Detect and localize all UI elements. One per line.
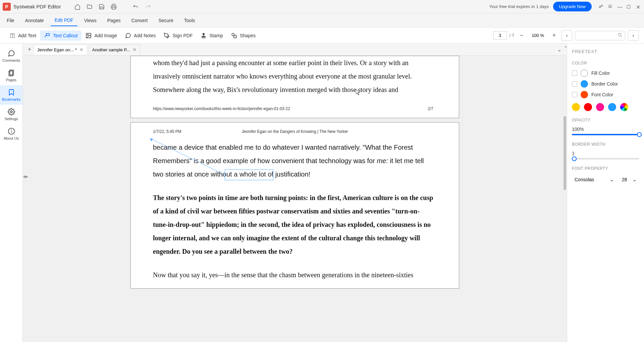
- redo-icon[interactable]: [145, 4, 151, 10]
- add-notes-button[interactable]: Add Notes: [121, 31, 160, 41]
- pdf-page-3: 1/7/22, 5:45 PM Jennifer Egan on the Dan…: [130, 122, 459, 289]
- title-bar: P Systweak PDF Editor Your free trial ex…: [0, 0, 644, 13]
- fill-checkbox[interactable]: [572, 70, 577, 76]
- search-icon: [618, 33, 622, 39]
- font-family-value: Consolas: [575, 177, 594, 182]
- swatch-pink[interactable]: [596, 103, 604, 111]
- add-image-label: Add Image: [94, 33, 117, 38]
- svg-point-17: [10, 111, 12, 113]
- search-box[interactable]: [575, 31, 625, 40]
- menu-convert[interactable]: Convert: [127, 15, 152, 26]
- print-icon[interactable]: [111, 4, 117, 10]
- app-title: Systweak PDF Editor: [13, 4, 61, 9]
- menu-icon[interactable]: [608, 4, 613, 9]
- sidebar-item-about[interactable]: About Us: [0, 124, 22, 144]
- tab-2-close-icon[interactable]: ✕: [132, 47, 137, 52]
- swatch-yellow[interactable]: [572, 103, 580, 111]
- page-container: whom they'd had just a passing encounter…: [130, 56, 459, 342]
- sign-pdf-button[interactable]: Sign PDF: [160, 31, 197, 41]
- font-size-select[interactable]: 28 ⌄: [619, 175, 639, 184]
- minimize-icon[interactable]: —: [617, 4, 623, 9]
- tab-2[interactable]: Another sample P... ✕: [89, 45, 141, 54]
- sidebar-item-comments[interactable]: Comments: [0, 46, 22, 66]
- edit-toolbar: T Add Text Text Callout Add Image Add No…: [0, 28, 644, 44]
- swatch-custom[interactable]: [620, 103, 628, 111]
- svg-point-10: [88, 34, 89, 35]
- page2-num: 2/7: [428, 106, 433, 111]
- upgrade-button[interactable]: Upgrade Now: [553, 2, 592, 11]
- stamp-button[interactable]: Stamp: [197, 31, 227, 41]
- image-icon: [86, 33, 92, 39]
- text-callout-label: Text Callout: [53, 33, 77, 38]
- sidebar-item-pages[interactable]: Pages: [0, 66, 22, 85]
- tab-1-close-icon[interactable]: ✕: [79, 47, 84, 52]
- maximize-icon[interactable]: [627, 4, 632, 9]
- search-input[interactable]: [578, 33, 618, 38]
- tab-bar: + Jennifer Egan on... * ✕ Another sample…: [23, 44, 567, 56]
- font-swatch[interactable]: [581, 91, 588, 98]
- menu-secure[interactable]: Secure: [154, 15, 177, 26]
- svg-line-14: [621, 36, 622, 37]
- menu-pages[interactable]: Pages: [103, 15, 125, 26]
- close-icon[interactable]: ✕: [636, 4, 641, 9]
- next-page-button[interactable]: ›: [628, 30, 639, 41]
- shapes-button[interactable]: Shapes: [227, 31, 260, 41]
- page2-footer: https://www.newyorker.com/books/this-wee…: [153, 106, 433, 111]
- svg-text:T: T: [11, 33, 14, 37]
- swatch-blue[interactable]: [608, 103, 616, 111]
- add-tab-button[interactable]: +: [25, 46, 34, 54]
- menu-views[interactable]: Views: [80, 15, 101, 26]
- border-checkbox[interactable]: [572, 81, 577, 87]
- fill-swatch[interactable]: [581, 69, 588, 77]
- document-viewport[interactable]: whom they'd had just a passing encounter…: [23, 56, 567, 342]
- key-icon[interactable]: [598, 4, 604, 9]
- tab-1[interactable]: Jennifer Egan on... * ✕: [34, 45, 87, 54]
- menu-tools[interactable]: Tools: [180, 15, 199, 26]
- document-area: + Jennifer Egan on... * ✕ Another sample…: [23, 44, 567, 342]
- save-icon[interactable]: [99, 4, 105, 10]
- swatch-red[interactable]: [584, 103, 592, 111]
- folder-icon[interactable]: [87, 4, 93, 10]
- zoom-out-button[interactable]: −: [517, 31, 526, 40]
- gear-icon: [8, 108, 15, 115]
- shapes-label: Shapes: [240, 33, 256, 38]
- fill-color-row: Fill Color: [572, 69, 639, 77]
- menu-annotate[interactable]: Annotate: [21, 15, 48, 26]
- add-text-button[interactable]: T Add Text: [5, 31, 40, 41]
- home-icon[interactable]: [74, 4, 80, 10]
- zoom-in-button[interactable]: +: [549, 31, 559, 40]
- info-icon: [8, 128, 15, 135]
- undo-icon[interactable]: [133, 4, 139, 10]
- border-swatch[interactable]: [581, 80, 588, 88]
- text-callout-button[interactable]: Text Callout: [40, 31, 82, 41]
- toolbar-right: / 7 − 100 % + ‹ ›: [493, 30, 639, 41]
- add-image-button[interactable]: Add Image: [82, 31, 121, 41]
- pages-icon: [8, 69, 15, 77]
- stamp-icon: [201, 33, 207, 39]
- tab-chevron-icon[interactable]: ⌄: [554, 46, 564, 53]
- font-row: Consolas ⌄ 28 ⌄: [572, 175, 639, 184]
- opacity-slider[interactable]: [572, 134, 639, 135]
- font-family-select[interactable]: Consolas ⌄: [572, 175, 616, 184]
- page-input[interactable]: [493, 31, 507, 40]
- border-color-row: Border Color: [572, 80, 639, 88]
- sidebar-item-settings[interactable]: Settings: [0, 105, 22, 124]
- panel-collapse-icon[interactable]: »: [565, 44, 567, 49]
- border-width-slider[interactable]: [572, 158, 639, 159]
- color-section-label: COLOR: [572, 61, 639, 65]
- sidebar-left: Comments Pages Bookmarks Settings About …: [0, 44, 23, 342]
- menu-edit-pdf[interactable]: Edit PDF: [51, 15, 77, 26]
- menu-file[interactable]: File: [3, 15, 18, 26]
- panel-title: FREETEXT: [572, 49, 639, 54]
- sidebar-item-bookmarks[interactable]: Bookmarks: [0, 85, 22, 105]
- svg-rect-12: [234, 35, 236, 38]
- font-checkbox[interactable]: [572, 92, 577, 97]
- font-size-value: 28: [622, 177, 627, 182]
- pages-label: Pages: [6, 78, 16, 82]
- scrollbar[interactable]: [564, 116, 566, 190]
- prev-page-button[interactable]: ‹: [561, 30, 572, 41]
- callout-textbox[interactable]: [225, 169, 273, 180]
- page2-body: whom they'd had just a passing encounter…: [153, 56, 433, 96]
- window-controls: — ✕: [598, 4, 641, 9]
- page3-header-center: Jennifer Egan on the Dangers of Knowing …: [241, 129, 348, 134]
